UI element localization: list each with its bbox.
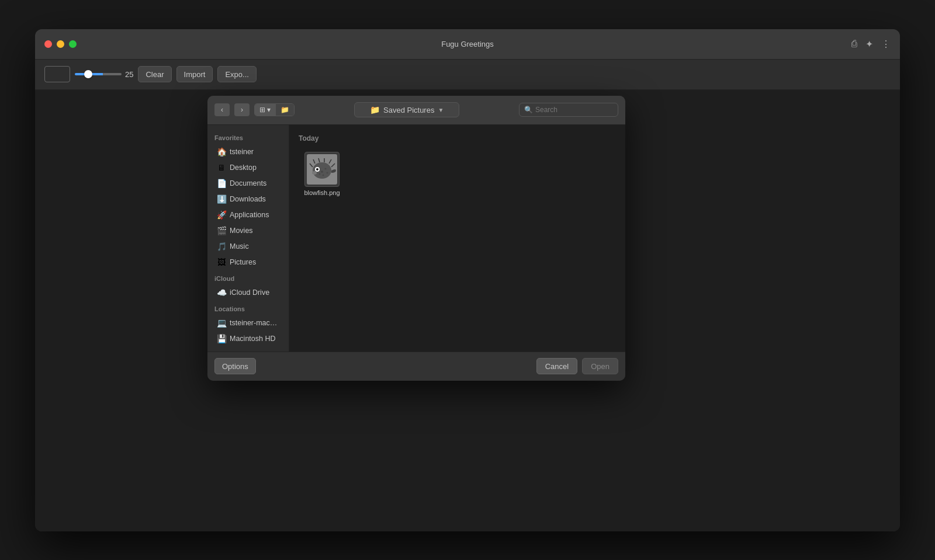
sidebar-item-label: Applications <box>230 211 269 219</box>
mac-window: Fugu Greetings ⎙ ✦ ⋮ 25 Clear Import Exp… <box>35 29 900 531</box>
downloads-icon: ⬇️ <box>217 194 226 204</box>
svg-point-9 <box>316 168 318 171</box>
title-bar: Fugu Greetings ⎙ ✦ ⋮ <box>35 29 900 60</box>
forward-button[interactable]: › <box>234 103 250 116</box>
sidebar-item-label: Documents <box>230 179 266 187</box>
more-icon[interactable]: ⋮ <box>881 39 891 50</box>
puzzle-icon[interactable]: ✦ <box>865 39 873 50</box>
computer-icon: 💻 <box>217 318 226 328</box>
sidebar-item-applications[interactable]: 🚀 Applications <box>210 207 286 222</box>
sidebar-item-label: Music <box>230 242 249 251</box>
main-content: ‹ › ⊞ ▾ 📁 📁 Saved Pictures ▼ <box>35 90 900 531</box>
search-icon: 🔍 <box>524 106 533 114</box>
desktop-icon: 🖥 <box>217 163 226 172</box>
brush-size-control: 25 <box>75 70 133 79</box>
hard-drive-icon: 💾 <box>217 334 226 343</box>
svg-point-13 <box>323 174 324 176</box>
sidebar-item-macbook[interactable]: 💻 tsteiner-macb... <box>210 315 286 331</box>
sidebar-item-label: Desktop <box>230 164 257 172</box>
favorites-section-label: Favorites <box>207 130 289 144</box>
sidebar-item-pictures[interactable]: 🖼 Pictures <box>210 255 286 270</box>
sidebar-item-label: iCloud Drive <box>230 288 269 297</box>
home-icon: 🏠 <box>217 147 226 156</box>
folder-selector: 📁 Saved Pictures ▼ <box>299 102 514 117</box>
minimize-button[interactable] <box>57 40 64 48</box>
brush-size-slider[interactable] <box>75 73 122 75</box>
music-icon: 🎵 <box>217 242 226 251</box>
grid-view-button[interactable]: ⊞ ▾ <box>255 104 276 116</box>
applications-icon: 🚀 <box>217 210 226 220</box>
back-button[interactable]: ‹ <box>214 103 230 116</box>
maximize-button[interactable] <box>69 40 77 48</box>
blowfish-image <box>307 154 337 185</box>
open-button[interactable]: Open <box>582 358 618 374</box>
sidebar-item-documents[interactable]: 📄 Documents <box>210 176 286 191</box>
clear-button[interactable]: Clear <box>138 66 171 82</box>
close-button[interactable] <box>44 40 52 48</box>
pictures-icon: 🖼 <box>217 258 226 267</box>
file-grid: blowfish.png <box>299 149 616 199</box>
folder-icon: 📁 <box>370 105 380 114</box>
svg-point-11 <box>321 171 323 173</box>
icloud-section-label: iCloud <box>207 270 289 284</box>
sidebar-item-desktop[interactable]: 🖥 Desktop <box>210 160 286 175</box>
dialog-footer: Options Cancel Open <box>207 352 625 381</box>
sidebar-item-downloads[interactable]: ⬇️ Downloads <box>210 192 286 207</box>
folder-dropdown[interactable]: 📁 Saved Pictures ▼ <box>354 102 459 117</box>
file-thumbnail <box>304 152 340 187</box>
search-box: 🔍 <box>519 103 618 117</box>
options-button[interactable]: Options <box>214 358 256 374</box>
sidebar-item-label: Downloads <box>230 195 266 203</box>
view-toggle-group: ⊞ ▾ 📁 <box>254 103 295 116</box>
sidebar: Favorites 🏠 tsteiner 🖥 Desktop 📄 Documen… <box>207 125 289 352</box>
sidebar-item-label: Movies <box>230 227 253 235</box>
documents-icon: 📄 <box>217 179 226 188</box>
folder-view-button[interactable]: 📁 <box>276 104 294 116</box>
import-button[interactable]: Import <box>176 66 213 82</box>
export-button[interactable]: Expo... <box>217 66 256 82</box>
file-area: Today <box>289 125 625 352</box>
title-bar-actions: ⎙ ✦ ⋮ <box>851 39 891 50</box>
sidebar-item-label: tsteiner-macb... <box>230 319 279 327</box>
dialog-toolbar: ‹ › ⊞ ▾ 📁 📁 Saved Pictures ▼ <box>207 96 625 125</box>
svg-point-10 <box>312 171 317 175</box>
cancel-button[interactable]: Cancel <box>536 358 577 374</box>
dialog-body: Favorites 🏠 tsteiner 🖥 Desktop 📄 Documen… <box>207 125 625 352</box>
app-toolbar: 25 Clear Import Expo... <box>35 60 900 90</box>
sidebar-item-macintosh-hd[interactable]: 💾 Macintosh HD <box>210 331 286 346</box>
locations-section-label: Locations <box>207 301 289 315</box>
section-today-label: Today <box>299 134 616 142</box>
file-item-blowfish[interactable]: blowfish.png <box>299 149 345 199</box>
search-input[interactable] <box>535 106 613 114</box>
svg-point-14 <box>319 173 321 175</box>
sidebar-item-label: tsteiner <box>230 148 254 156</box>
file-open-dialog: ‹ › ⊞ ▾ 📁 📁 Saved Pictures ▼ <box>207 96 625 381</box>
sidebar-item-tsteiner[interactable]: 🏠 tsteiner <box>210 144 286 159</box>
traffic-lights <box>44 40 77 48</box>
movies-icon: 🎬 <box>217 226 226 235</box>
chevron-down-icon: ▼ <box>438 107 444 113</box>
dialog-actions: Cancel Open <box>536 358 618 374</box>
sidebar-item-label: Macintosh HD <box>230 335 276 343</box>
svg-point-12 <box>325 168 327 169</box>
brush-size-value: 25 <box>125 70 133 79</box>
sidebar-item-icloud-drive[interactable]: ☁️ iCloud Drive <box>210 285 286 300</box>
sidebar-item-movies[interactable]: 🎬 Movies <box>210 223 286 238</box>
sidebar-item-label: Pictures <box>230 258 256 266</box>
sidebar-item-music[interactable]: 🎵 Music <box>210 239 286 254</box>
canvas-preview <box>44 66 70 82</box>
document-icon[interactable]: ⎙ <box>851 39 857 50</box>
window-title: Fugu Greetings <box>441 40 494 48</box>
svg-point-15 <box>327 172 328 173</box>
icloud-icon: ☁️ <box>217 288 226 297</box>
file-name-label: blowfish.png <box>304 189 340 196</box>
folder-name: Saved Pictures <box>383 106 434 114</box>
